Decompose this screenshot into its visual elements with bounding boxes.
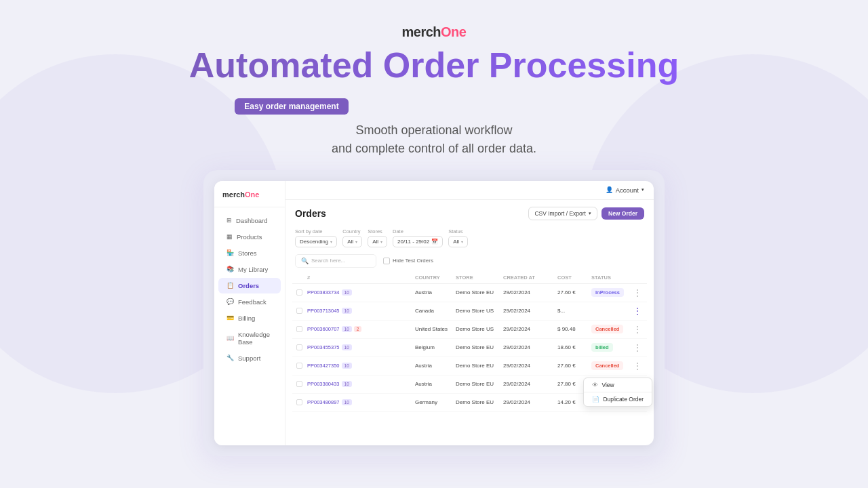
order-store: Demo Store US [456, 326, 503, 332]
stores-icon: 🏪 [226, 249, 234, 256]
sidebar-item-label: Feedback [238, 298, 267, 306]
th-status: STATUS [591, 274, 632, 281]
row-checkbox[interactable] [296, 344, 302, 350]
order-cost: $ 90.48 [557, 326, 591, 332]
order-created: 29/02/2024 [503, 381, 557, 387]
tagline-line1: Smooth operational workflow [332, 121, 536, 140]
sidebar-item-support[interactable]: 🔧 Support [218, 350, 281, 366]
knowledge-icon: 📖 [226, 335, 234, 342]
row-checkbox[interactable] [296, 289, 302, 296]
order-id[interactable]: PP003480897 10 [307, 399, 415, 405]
calendar-icon: 📅 [431, 239, 438, 245]
sidebar-item-stores[interactable]: 🏪 Stores [218, 245, 281, 261]
logo-merch: merch [402, 24, 441, 39]
context-view-item[interactable]: 👁 View [584, 378, 652, 392]
chevron-icon: ▾ [380, 239, 382, 244]
hide-test-checkbox[interactable] [383, 258, 390, 264]
tagline: Smooth operational workflow and complete… [332, 121, 536, 158]
row-checkbox[interactable] [296, 399, 302, 405]
table-header: # COUNTRY STORE CREATED AT COST STATUS [292, 272, 647, 284]
th-store: STORE [456, 274, 503, 281]
filters-row: Sort by date Descending ▾ Country All ▾ … [285, 224, 654, 251]
context-menu: 👁 View 📄 Duplicate Order [583, 378, 652, 407]
account-button[interactable]: 👤 Account ▾ [606, 186, 644, 194]
sidebar-item-knowledge[interactable]: 📖 Knowledge Base [218, 327, 281, 350]
row-checkbox[interactable] [296, 308, 302, 314]
order-tag: 10 [342, 308, 352, 314]
sidebar-item-billing[interactable]: 💳 Billing [218, 310, 281, 326]
sort-select[interactable]: Descending ▾ [295, 236, 337, 247]
sidebar-item-library[interactable]: 📚 My Library [218, 262, 281, 277]
th-country: COUNTRY [415, 274, 456, 281]
order-cost: 27.60 € [557, 289, 591, 296]
country-select[interactable]: All ▾ [342, 236, 362, 247]
top-bar: 👤 Account ▾ [285, 181, 654, 200]
order-id[interactable]: PP003455375 10 [307, 344, 415, 350]
order-id[interactable]: PP003427350 10 [307, 363, 415, 369]
context-duplicate-item[interactable]: 📄 Duplicate Order [584, 392, 652, 406]
row-checkbox[interactable] [296, 381, 302, 387]
chevron-down-icon: ▾ [589, 211, 591, 216]
order-store: Demo Store EU [456, 399, 503, 405]
row-menu-button[interactable]: ⋮ [632, 343, 643, 352]
row-checkbox[interactable] [296, 326, 302, 332]
order-tag: 10 [342, 363, 352, 369]
sidebar-item-label: Dashboard [236, 217, 267, 224]
new-order-button[interactable]: New Order [601, 207, 644, 220]
store-label: Stores [368, 228, 387, 235]
app-card: merchOne ⊞ Dashboard ▦ Products 🏪 Stores… [203, 170, 665, 456]
context-view-label: View [601, 382, 614, 388]
sidebar-item-label: Knowledge Base [238, 331, 273, 346]
main-content: 👤 Account ▾ Orders CSV Import / Export ▾… [285, 181, 654, 445]
store-select[interactable]: All ▾ [368, 236, 387, 247]
status-label: Status [448, 228, 468, 235]
order-id[interactable]: PP003713045 10 [307, 308, 415, 314]
sidebar-logo-one: One [245, 190, 259, 199]
csv-label: CSV Import / Export [534, 210, 586, 217]
order-country: United States [415, 326, 456, 332]
status-select[interactable]: All ▾ [448, 236, 468, 247]
easy-order-badge: Easy order management [235, 98, 348, 115]
order-created: 29/02/2024 [503, 289, 557, 296]
status-filter: Status All ▾ [448, 228, 468, 247]
tagline-line2: and complete control of all order data. [332, 140, 536, 158]
chevron-icon: ▾ [461, 239, 463, 244]
order-country: Austria [415, 289, 456, 296]
csv-button[interactable]: CSV Import / Export ▾ [528, 207, 597, 220]
dashboard-icon: ⊞ [226, 217, 232, 224]
table-row: PP003713045 10 Canada Demo Store US 29/0… [292, 302, 647, 321]
sidebar-item-orders[interactable]: 📋 Orders [218, 278, 281, 293]
order-id[interactable]: PP003833734 10 [307, 289, 415, 296]
row-menu-button[interactable]: ⋮ [632, 325, 643, 334]
feedback-icon: 💬 [226, 298, 234, 305]
order-cost: 18.60 € [557, 344, 591, 350]
app-window: merchOne ⊞ Dashboard ▦ Products 🏪 Stores… [214, 181, 654, 445]
store-filter: Stores All ▾ [368, 228, 387, 247]
orders-table: # COUNTRY STORE CREATED AT COST STATUS P… [285, 272, 654, 445]
logo: merchOne [189, 24, 679, 40]
row-menu-button[interactable]: ⋮ [632, 288, 643, 298]
row-menu-button[interactable]: ⋮ [632, 361, 643, 371]
th-checkbox [296, 274, 307, 281]
order-store: Demo Store EU [456, 289, 503, 296]
sidebar-item-dashboard[interactable]: ⊞ Dashboard [218, 213, 281, 228]
order-store: Demo Store EU [456, 381, 503, 387]
view-icon: 👁 [592, 382, 598, 388]
sidebar-item-feedback[interactable]: 💬 Feedback [218, 294, 281, 310]
sidebar-item-products[interactable]: ▦ Products [218, 229, 281, 245]
order-id[interactable]: PP003600707 10 2 [307, 326, 415, 332]
support-icon: 🔧 [226, 354, 234, 361]
row-checkbox[interactable] [296, 363, 302, 369]
search-box[interactable]: 🔍 Search here... [295, 254, 376, 268]
order-id[interactable]: PP003380433 10 [307, 381, 415, 387]
order-store: Demo Store EU [456, 344, 503, 350]
library-icon: 📚 [226, 266, 234, 272]
context-duplicate-label: Duplicate Order [603, 396, 644, 403]
hide-test-orders[interactable]: Hide Test Orders [383, 258, 433, 264]
account-icon: 👤 [606, 186, 613, 193]
sidebar-item-label: Stores [238, 249, 256, 257]
th-id: # [307, 274, 415, 281]
row-menu-button[interactable]: ⋮ [632, 306, 643, 316]
sidebar-item-label: My Library [238, 266, 268, 273]
date-range-picker[interactable]: 20/11 - 29/02 📅 [393, 236, 443, 247]
